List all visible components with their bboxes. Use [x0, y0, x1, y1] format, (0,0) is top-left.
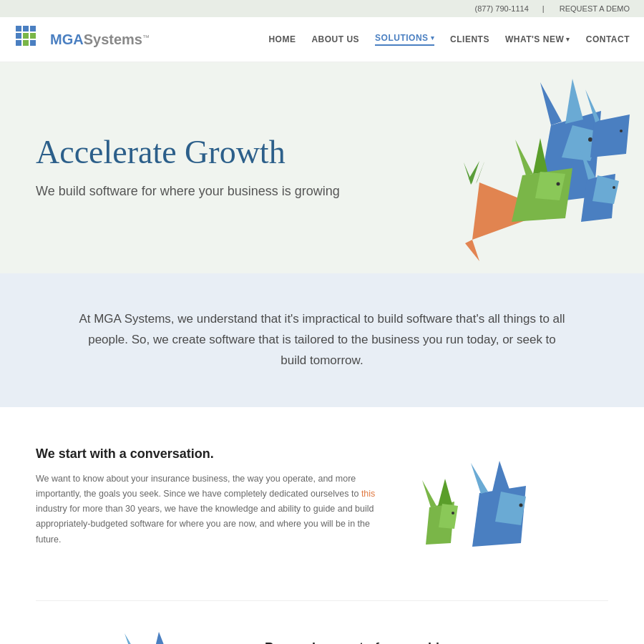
nav-clients[interactable]: CLIENTS	[450, 34, 489, 44]
main-nav: HOME ABOUT US SOLUTIONS ▾ CLIENTS WHAT'S…	[268, 33, 630, 46]
feature1-origami-svg	[408, 450, 551, 557]
svg-rect-2	[30, 26, 36, 31]
svg-marker-43	[150, 632, 172, 644]
svg-marker-38	[492, 461, 509, 492]
svg-marker-42	[125, 633, 145, 644]
svg-rect-4	[23, 33, 29, 39]
svg-rect-5	[30, 33, 36, 39]
site-header: MGASystems™ HOME ABOUT US SOLUTIONS ▾ CL…	[0, 17, 644, 62]
phone-number: (877) 790-1114	[475, 4, 529, 13]
feature2-origami-svg	[93, 626, 236, 644]
hero-subtext: We build software for where your busines…	[36, 182, 340, 201]
svg-rect-7	[23, 40, 29, 46]
feature-conversation-text: We start with a conversation. We want to…	[36, 447, 379, 547]
this-link[interactable]: this	[361, 489, 375, 499]
svg-rect-1	[23, 26, 29, 31]
svg-point-35	[452, 512, 454, 514]
svg-marker-12	[476, 160, 485, 184]
svg-point-30	[620, 130, 623, 132]
request-demo-link[interactable]: REQUEST A DEMO	[560, 4, 630, 13]
svg-point-18	[588, 137, 592, 142]
top-bar: (877) 790-1114 | REQUEST A DEMO	[0, 0, 644, 17]
solutions-chevron: ▾	[431, 34, 435, 42]
svg-rect-0	[16, 26, 21, 31]
svg-marker-32	[422, 480, 436, 507]
svg-marker-16	[565, 79, 583, 124]
svg-point-23	[557, 182, 560, 185]
hero-content: Accelerate Growth We build software for …	[36, 135, 340, 202]
svg-marker-37	[471, 463, 488, 494]
svg-marker-33	[438, 479, 452, 506]
nav-home[interactable]: HOME	[268, 34, 296, 44]
svg-rect-6	[16, 40, 21, 46]
logo-text: MGASystems™	[50, 31, 150, 48]
logo: MGASystems™	[14, 24, 150, 54]
hero-heading: Accelerate Growth	[36, 135, 340, 171]
separator: |	[542, 4, 545, 13]
feature-conversation-body: We want to know about your insurance bus…	[36, 472, 379, 547]
svg-rect-8	[30, 40, 36, 46]
feature-ownership: Proven low cost of ownership. We know th…	[0, 601, 644, 644]
nav-contact[interactable]: CONTACT	[586, 34, 630, 44]
quote-section: At MGA Systems, we understand that it's …	[0, 273, 644, 407]
feature-ownership-text: Proven low cost of ownership. We know th…	[265, 640, 608, 644]
nav-about[interactable]: ABOUT US	[311, 34, 359, 44]
feature-ownership-image	[86, 640, 243, 644]
svg-marker-10	[465, 240, 479, 261]
feature-conversation: We start with a conversation. We want to…	[0, 407, 644, 600]
feature-conversation-image	[401, 447, 558, 561]
svg-marker-13	[464, 162, 472, 185]
logo-icon	[14, 24, 44, 54]
svg-marker-15	[540, 82, 562, 125]
svg-rect-3	[16, 33, 21, 39]
feature-conversation-heading: We start with a conversation.	[36, 447, 379, 462]
svg-marker-21	[533, 138, 547, 174]
svg-marker-20	[515, 140, 533, 175]
svg-point-27	[613, 186, 615, 189]
nav-whats-new[interactable]: WHAT'S NEW ▾	[505, 34, 570, 44]
hero-section: Accelerate Growth We build software for …	[0, 62, 644, 273]
quote-text: At MGA Systems, we understand that it's …	[79, 309, 565, 371]
hero-origami-svg	[329, 68, 630, 268]
svg-point-40	[519, 503, 523, 507]
feature-ownership-heading: Proven low cost of ownership.	[265, 640, 608, 644]
hero-image	[315, 62, 644, 273]
whats-new-chevron: ▾	[566, 36, 570, 43]
nav-solutions[interactable]: SOLUTIONS ▾	[375, 33, 434, 46]
